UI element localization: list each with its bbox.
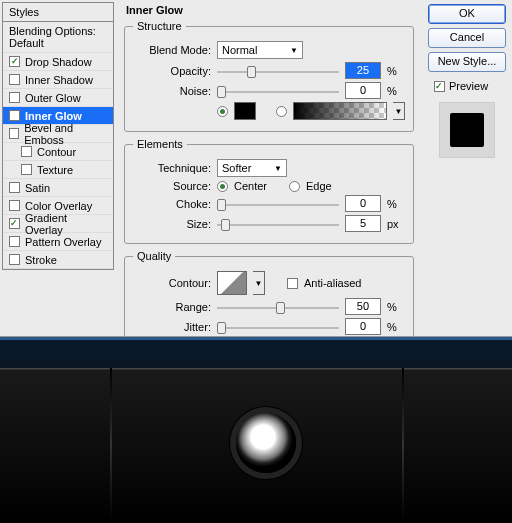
contour-picker[interactable]: [217, 271, 247, 295]
technique-dropdown[interactable]: Softer ▼: [217, 159, 287, 177]
choke-slider[interactable]: [217, 197, 339, 211]
antialiased-checkbox[interactable]: [287, 278, 298, 289]
style-label: Drop Shadow: [25, 56, 92, 68]
source-edge-radio[interactable]: [289, 181, 300, 192]
gradient-dropdown-icon[interactable]: ▼: [393, 102, 405, 120]
blending-options-row[interactable]: Blending Options: Default: [3, 22, 113, 53]
style-label: Contour: [37, 146, 76, 158]
contour-dropdown-icon[interactable]: ▼: [253, 271, 265, 295]
style-item-satin[interactable]: Satin: [3, 179, 113, 197]
source-edge-label: Edge: [306, 180, 332, 192]
orb-button-shape: [236, 413, 296, 473]
noise-input[interactable]: 0: [345, 82, 381, 99]
style-item-texture[interactable]: Texture: [3, 161, 113, 179]
style-item-drop-shadow[interactable]: Drop Shadow: [3, 53, 113, 71]
color-swatch[interactable]: [234, 102, 256, 120]
style-checkbox[interactable]: [9, 128, 19, 139]
style-label: Stroke: [25, 254, 57, 266]
chevron-down-icon: ▼: [274, 164, 282, 173]
style-label: Pattern Overlay: [25, 236, 101, 248]
style-checkbox[interactable]: [9, 218, 20, 229]
noise-slider[interactable]: [217, 84, 339, 98]
range-unit: %: [387, 301, 405, 313]
style-item-contour[interactable]: Contour: [3, 143, 113, 161]
jitter-slider[interactable]: [217, 320, 339, 334]
blend-mode-dropdown[interactable]: Normal ▼: [217, 41, 303, 59]
elements-legend: Elements: [133, 138, 187, 150]
choke-unit: %: [387, 198, 405, 210]
preview-label: Preview: [449, 80, 488, 92]
style-label: Gradient Overlay: [25, 212, 107, 236]
style-checkbox[interactable]: [21, 164, 32, 175]
style-item-outer-glow[interactable]: Outer Glow: [3, 89, 113, 107]
settings-column: Inner Glow Structure Blend Mode: Normal …: [116, 0, 422, 336]
choke-input[interactable]: 0: [345, 195, 381, 212]
style-checkbox[interactable]: [21, 146, 32, 157]
style-item-gradient-overlay[interactable]: Gradient Overlay: [3, 215, 113, 233]
style-checkbox[interactable]: [9, 236, 20, 247]
source-center-radio[interactable]: [217, 181, 228, 192]
style-checkbox[interactable]: [9, 182, 20, 193]
antialiased-label: Anti-aliased: [304, 277, 361, 289]
style-checkbox[interactable]: [9, 74, 20, 85]
styles-column: Styles Blending Options: Default Drop Sh…: [0, 0, 116, 336]
styles-header: Styles: [3, 3, 113, 22]
preview-checkbox[interactable]: [434, 81, 445, 92]
cancel-button[interactable]: Cancel: [428, 28, 506, 48]
size-unit: px: [387, 218, 405, 230]
opacity-input[interactable]: 25: [345, 62, 381, 79]
source-label: Source:: [133, 180, 211, 192]
gradient-picker[interactable]: [293, 102, 387, 120]
quality-legend: Quality: [133, 250, 175, 262]
ok-button[interactable]: OK: [428, 4, 506, 24]
blend-mode-label: Blend Mode:: [133, 44, 211, 56]
jitter-label: Jitter:: [133, 321, 211, 333]
opacity-slider[interactable]: [217, 64, 339, 78]
style-item-bevel-and-emboss[interactable]: Bevel and Emboss: [3, 125, 113, 143]
size-input[interactable]: 5: [345, 215, 381, 232]
chevron-down-icon: ▼: [290, 46, 298, 55]
style-item-pattern-overlay[interactable]: Pattern Overlay: [3, 233, 113, 251]
style-label: Inner Glow: [25, 110, 82, 122]
size-label: Size:: [133, 218, 211, 230]
style-label: Color Overlay: [25, 200, 92, 212]
noise-unit: %: [387, 85, 405, 97]
choke-label: Choke:: [133, 198, 211, 210]
style-label: Inner Shadow: [25, 74, 93, 86]
style-item-stroke[interactable]: Stroke: [3, 251, 113, 269]
elements-group: Elements Technique: Softer ▼ Source: Cen…: [124, 138, 414, 244]
jitter-input[interactable]: 0: [345, 318, 381, 335]
range-input[interactable]: 50: [345, 298, 381, 315]
style-label: Outer Glow: [25, 92, 81, 104]
technique-label: Technique:: [133, 162, 211, 174]
jitter-unit: %: [387, 321, 405, 333]
right-column: OK Cancel New Style... Preview: [422, 0, 512, 336]
layer-style-dialog: Styles Blending Options: Default Drop Sh…: [0, 0, 512, 337]
canvas-area: [0, 337, 512, 523]
source-center-label: Center: [234, 180, 267, 192]
solid-color-radio[interactable]: [217, 106, 228, 117]
opacity-label: Opacity:: [133, 65, 211, 77]
style-label: Satin: [25, 182, 50, 194]
effect-title: Inner Glow: [120, 2, 418, 18]
style-checkbox[interactable]: [9, 110, 20, 121]
new-style-button[interactable]: New Style...: [428, 52, 506, 72]
size-slider[interactable]: [217, 217, 339, 231]
opacity-unit: %: [387, 65, 405, 77]
style-checkbox[interactable]: [9, 200, 20, 211]
preview-swatch: [439, 102, 495, 158]
style-label: Bevel and Emboss: [24, 122, 107, 146]
style-checkbox[interactable]: [9, 56, 20, 67]
structure-legend: Structure: [133, 20, 186, 32]
range-slider[interactable]: [217, 300, 339, 314]
style-checkbox[interactable]: [9, 92, 20, 103]
dock-divider: [402, 368, 404, 523]
gradient-radio[interactable]: [276, 106, 287, 117]
style-item-inner-shadow[interactable]: Inner Shadow: [3, 71, 113, 89]
range-label: Range:: [133, 301, 211, 313]
structure-group: Structure Blend Mode: Normal ▼ Opacity: …: [124, 20, 414, 132]
noise-label: Noise:: [133, 85, 211, 97]
style-checkbox[interactable]: [9, 254, 20, 265]
dock-divider: [110, 368, 112, 523]
contour-label: Contour:: [133, 277, 211, 289]
